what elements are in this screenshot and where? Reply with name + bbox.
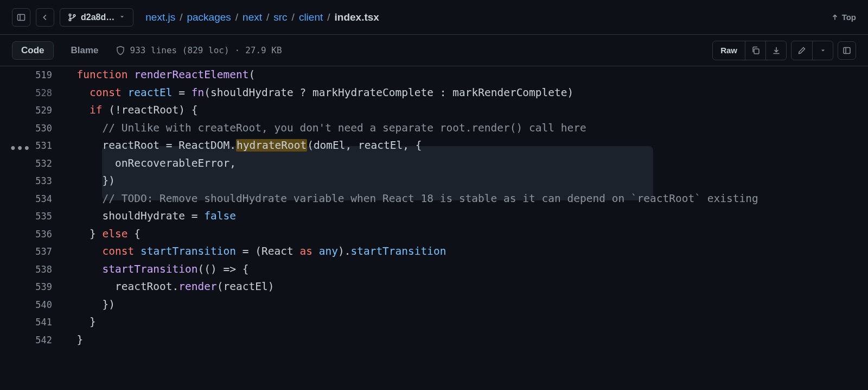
code-line[interactable]: 536 } else {: [0, 225, 868, 243]
code-line-highlighted[interactable]: ••• 531 reactRoot = ReactDOM.hydrateRoot…: [0, 137, 868, 155]
code-line[interactable]: 535 shouldHydrate = false: [0, 207, 868, 225]
chevron-down-icon: [119, 12, 125, 22]
shield-icon: [116, 46, 125, 55]
code-line[interactable]: 542 }: [0, 331, 868, 349]
breadcrumb-part[interactable]: next: [242, 11, 262, 23]
copy-button[interactable]: [745, 41, 765, 60]
branch-picker[interactable]: d2a8d…: [60, 8, 133, 27]
code-line[interactable]: 541 }: [0, 313, 868, 331]
breadcrumb-part[interactable]: next.js: [145, 11, 175, 23]
code-line[interactable]: 540 }): [0, 296, 868, 314]
download-icon: [772, 46, 781, 55]
file-info: 933 lines (829 loc) · 27.9 KB: [116, 45, 282, 55]
code-line[interactable]: 538 startTransition(() => {: [0, 261, 868, 279]
file-size: 27.9 KB: [245, 45, 282, 55]
edit-button[interactable]: [792, 41, 812, 60]
svg-point-2: [69, 14, 71, 16]
search-match: hydrateRoot: [236, 139, 307, 152]
tab-code[interactable]: Code: [12, 41, 54, 60]
branch-icon: [68, 13, 76, 22]
svg-rect-5: [754, 49, 759, 54]
svg-rect-6: [844, 47, 850, 53]
code-line[interactable]: 529 if (!reactRoot) {: [0, 102, 868, 119]
edit-group: [791, 41, 833, 60]
arrow-up-icon: [831, 14, 839, 21]
pencil-icon: [797, 46, 806, 55]
copy-icon: [751, 46, 760, 55]
code-toolbar: Code Blame 933 lines (829 loc) · 27.9 KB…: [0, 35, 868, 66]
code-line[interactable]: 528 const reactEl = fn(shouldHydrate ? m…: [0, 84, 868, 102]
code-line[interactable]: 537 const startTransition = (React as an…: [0, 243, 868, 261]
code-line[interactable]: 534 // TODO: Remove shouldHydrate variab…: [0, 190, 868, 208]
code-line[interactable]: 539 reactRoot.render(reactEl): [0, 278, 868, 296]
tab-blame[interactable]: Blame: [62, 42, 107, 59]
symbols-icon: [843, 46, 851, 55]
breadcrumb-part[interactable]: packages: [187, 11, 231, 23]
raw-group: Raw: [712, 41, 787, 60]
breadcrumb-current: index.tsx: [335, 11, 379, 23]
download-button[interactable]: [765, 41, 786, 60]
edit-menu-button[interactable]: [812, 41, 833, 60]
scroll-to-top-button[interactable]: Top: [831, 12, 856, 22]
back-button[interactable]: [36, 8, 54, 27]
svg-rect-0: [18, 14, 25, 20]
code-area[interactable]: 519 function renderReactElement( 528 con…: [0, 66, 868, 349]
code-line[interactable]: 532 onRecoverableError,: [0, 155, 868, 173]
breadcrumb-part[interactable]: client: [299, 11, 323, 23]
raw-button[interactable]: Raw: [713, 41, 745, 60]
side-panel-toggle-icon[interactable]: [12, 8, 30, 27]
code-line[interactable]: 533 }): [0, 172, 868, 190]
breadcrumb-part[interactable]: src: [273, 11, 287, 23]
symbols-button[interactable]: [838, 41, 856, 60]
branch-name: d2a8d…: [81, 12, 114, 22]
file-header: d2a8d… next.js/ packages/ next/ src/ cli…: [0, 0, 868, 35]
code-line[interactable]: 519 function renderReactElement(: [0, 66, 868, 84]
code-line[interactable]: 530 // Unlike with createRoot, you don't…: [0, 119, 868, 137]
svg-point-3: [69, 18, 71, 21]
svg-point-4: [73, 14, 75, 16]
file-lines: 933 lines (829 loc): [130, 45, 229, 55]
breadcrumb: next.js/ packages/ next/ src/ client/ in…: [145, 11, 379, 23]
chevron-down-icon: [820, 47, 826, 54]
